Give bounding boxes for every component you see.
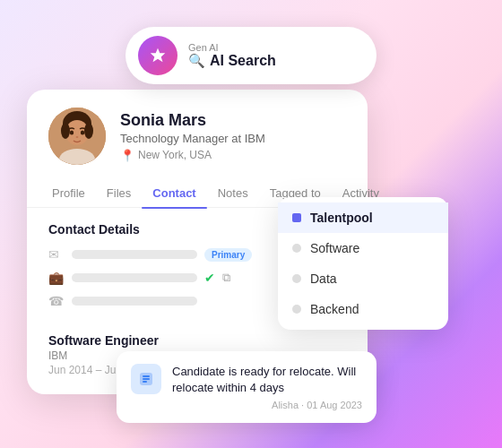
copy-icon[interactable]: ⧉ [222,271,230,285]
tab-contact[interactable]: Contact [142,179,206,207]
note-text: Candidate is ready for relocate. Will re… [172,364,362,396]
company-bar [72,273,197,282]
phone-icon: ☎ [48,294,65,308]
company-icon: 💼 [48,271,65,285]
profile-info: Sonia Mars Technology Manager at IBM 📍 N… [120,111,346,162]
note-meta: Alisha · 01 Aug 2023 [172,400,362,410]
talentpool-data-label: Data [310,271,337,286]
talentpool-backend-label: Backend [310,302,359,316]
svg-rect-12 [143,378,150,380]
tab-files[interactable]: Files [96,179,142,207]
location-pin-icon: 📍 [120,149,134,162]
email-bar [72,250,197,259]
gen-ai-label: Gen AI [188,42,276,53]
note-card: Candidate is ready for relocate. Will re… [117,351,376,423]
tab-notes[interactable]: Notes [207,179,259,207]
talentpool-dot-filled [292,213,301,222]
gen-ai-text: Gen AI 🔍 AI Search [188,42,276,69]
svg-point-7 [70,131,74,135]
check-icon: ✔ [204,271,215,285]
talentpool-item-label: Talentpool [310,211,373,225]
note-icon [131,364,161,394]
svg-point-8 [81,131,84,135]
gen-ai-search-label: 🔍 AI Search [188,53,276,69]
talentpool-item-software[interactable]: Software [278,233,448,263]
svg-point-9 [76,136,79,138]
talentpool-dropdown: Talentpool Software Data Backend [278,197,448,330]
phone-bar [72,297,197,306]
profile-name: Sonia Mars [120,111,346,130]
profile-title: Technology Manager at IBM [120,132,346,145]
talentpool-software-label: Software [310,241,359,255]
email-icon: ✉ [48,247,65,262]
svg-point-5 [84,123,93,139]
talentpool-dot-empty-1 [292,244,301,253]
svg-rect-13 [143,381,147,383]
tab-profile[interactable]: Profile [41,179,96,207]
gen-ai-icon [138,36,177,75]
svg-marker-0 [151,48,166,63]
talentpool-dot-empty-2 [292,274,301,283]
gen-ai-search-bar[interactable]: Gen AI 🔍 AI Search [126,27,376,84]
avatar [48,108,106,165]
talentpool-item-data[interactable]: Data [278,263,448,294]
primary-badge: Primary [204,248,252,262]
talentpool-item-backend[interactable]: Backend [278,294,448,324]
talentpool-item-talentpool[interactable]: Talentpool [278,202,448,233]
profile-location: 📍 New York, USA [120,149,346,162]
talentpool-dot-empty-3 [292,305,301,314]
search-icon: 🔍 [188,53,205,69]
note-content: Candidate is ready for relocate. Will re… [172,364,362,410]
job-title: Software Engineer [48,333,346,348]
profile-header: Sonia Mars Technology Manager at IBM 📍 N… [27,90,368,179]
svg-rect-11 [143,375,150,377]
svg-point-4 [61,123,70,139]
